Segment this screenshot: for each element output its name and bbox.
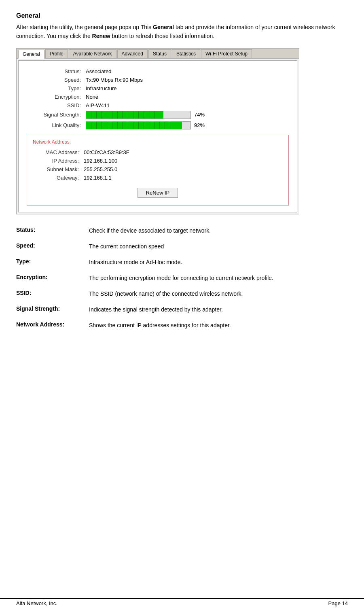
- encryption-value: None: [83, 93, 289, 101]
- tab-general[interactable]: General: [18, 50, 44, 59]
- desc-type-label: Type:: [16, 258, 89, 265]
- gateway-label: Gateway:: [33, 174, 81, 182]
- ip-label: IP Address:: [33, 157, 81, 165]
- addr-table: MAC Address: 00:C0:CA:53:B9:3F IP Addres…: [33, 148, 283, 182]
- mac-label: MAC Address:: [33, 148, 81, 157]
- tab-advanced[interactable]: Advanced: [117, 49, 148, 58]
- link-row: Link Quality: 92%: [27, 120, 289, 131]
- desc-ssid-label: SSID:: [16, 290, 89, 296]
- ssid-value: AIP-W411: [83, 101, 289, 110]
- mac-value: 00:C0:CA:53:B9:3F: [81, 148, 283, 157]
- tab-statistics[interactable]: Statistics: [172, 49, 200, 58]
- subnet-value: 255.255.255.0: [81, 165, 283, 174]
- status-row: Status: Associated: [27, 67, 289, 76]
- desc-speed-text: The current connection speed: [89, 242, 164, 251]
- ip-row: IP Address: 192.168.1.100: [33, 157, 283, 165]
- type-label: Type:: [27, 84, 83, 93]
- link-pct: 92%: [194, 122, 205, 128]
- desc-type: Type: Infrastructure mode or Ad-Hoc mode…: [16, 258, 348, 267]
- signal-pct: 74%: [194, 112, 205, 118]
- speed-value: Tx:90 Mbps Rx:90 Mbps: [83, 76, 289, 84]
- intro-paragraph: After starting the utility, the general …: [16, 23, 348, 41]
- mac-row: MAC Address: 00:C0:CA:53:B9:3F: [33, 148, 283, 157]
- signal-bar-fill: [86, 111, 163, 119]
- desc-network-address: Network Address: Shows the current IP ad…: [16, 321, 348, 330]
- encryption-label: Encryption:: [27, 93, 83, 101]
- tab-wifi-protect[interactable]: Wi-Fi Protect Setup: [201, 49, 252, 58]
- desc-network-address-label: Network Address:: [16, 321, 89, 328]
- desc-type-text: Infrastructure mode or Ad-Hoc mode.: [89, 258, 182, 267]
- link-bar-fill: [86, 122, 182, 129]
- signal-bar-cell: 74%: [83, 110, 289, 120]
- signal-bar-wrapper: [86, 111, 191, 119]
- desc-status: Status: Check if the device associated t…: [16, 227, 348, 235]
- desc-status-text: Check if the device associated to target…: [89, 227, 211, 235]
- tab-available-network[interactable]: Available Network: [69, 49, 116, 58]
- utility-window: General Profile Available Network Advanc…: [16, 48, 299, 214]
- desc-signal: Signal Strength: Indicates the signal st…: [16, 305, 348, 314]
- desc-speed-label: Speed:: [16, 242, 89, 249]
- footer-right: Page 14: [328, 600, 348, 606]
- speed-row: Speed: Tx:90 Mbps Rx:90 Mbps: [27, 76, 289, 84]
- tabs-bar: General Profile Available Network Advanc…: [17, 49, 299, 59]
- desc-encryption-text: The performing encryption mode for conne…: [89, 274, 273, 282]
- info-table: Status: Associated Speed: Tx:90 Mbps Rx:…: [27, 67, 289, 131]
- ssid-label: SSID:: [27, 101, 83, 110]
- link-bar-wrapper: [86, 121, 191, 129]
- encryption-row: Encryption: None: [27, 93, 289, 101]
- desc-ssid: SSID: The SSID (network name) of the con…: [16, 290, 348, 298]
- footer: Alfa Network, Inc. Page 14: [0, 598, 364, 608]
- tab-profile[interactable]: Profile: [45, 49, 68, 58]
- desc-speed: Speed: The current connection speed: [16, 242, 348, 251]
- link-bar-container: 92%: [86, 121, 286, 129]
- ssid-row: SSID: AIP-W411: [27, 101, 289, 110]
- subnet-row: Subnet Mask: 255.255.255.0: [33, 165, 283, 174]
- desc-status-label: Status:: [16, 227, 89, 233]
- renew-ip-button[interactable]: ReNew IP: [138, 188, 178, 198]
- subnet-label: Subnet Mask:: [33, 165, 81, 174]
- desc-signal-label: Signal Strength:: [16, 305, 89, 312]
- type-value: Infrastructure: [83, 84, 289, 93]
- descriptions-section: Status: Check if the device associated t…: [16, 227, 348, 330]
- ip-value: 192.168.1.100: [81, 157, 283, 165]
- desc-signal-text: Indicates the signal strength detected b…: [89, 305, 223, 314]
- link-bar-cell: 92%: [83, 120, 289, 131]
- gateway-value: 192.168.1.1: [81, 174, 283, 182]
- signal-row: Signal Strength: 74%: [27, 110, 289, 120]
- desc-encryption-label: Encryption:: [16, 274, 89, 280]
- page-title: General: [16, 12, 348, 19]
- status-label: Status:: [27, 67, 83, 76]
- tab-status[interactable]: Status: [148, 49, 171, 58]
- signal-label: Signal Strength:: [27, 110, 83, 120]
- footer-left: Alfa Network, Inc.: [16, 600, 57, 606]
- network-address-legend: Network Address:: [33, 139, 283, 145]
- general-bold: General: [153, 24, 174, 30]
- panel-content: Status: Associated Speed: Tx:90 Mbps Rx:…: [18, 60, 297, 212]
- gateway-row: Gateway: 192.168.1.1: [33, 174, 283, 182]
- desc-encryption: Encryption: The performing encryption mo…: [16, 274, 348, 282]
- network-address-section: Network Address: MAC Address: 00:C0:CA:5…: [27, 135, 289, 205]
- desc-network-address-text: Shows the current IP addresses settings …: [89, 321, 231, 330]
- signal-bar-container: 74%: [86, 111, 286, 119]
- link-label: Link Quality:: [27, 120, 83, 131]
- speed-label: Speed:: [27, 76, 83, 84]
- type-row: Type: Infrastructure: [27, 84, 289, 93]
- status-value: Associated: [83, 67, 289, 76]
- renew-bold: Renew: [92, 33, 110, 39]
- desc-ssid-text: The SSID (network name) of the connected…: [89, 290, 243, 298]
